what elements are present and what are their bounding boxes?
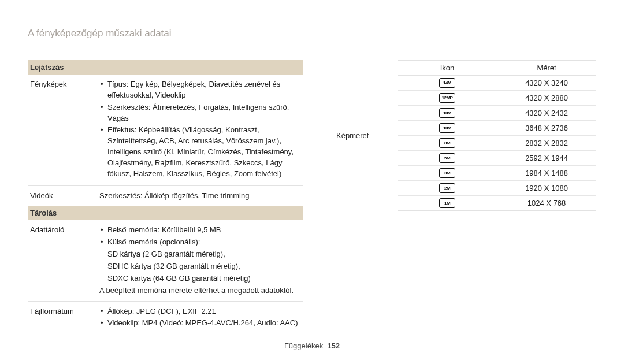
resolution-icon: 3M	[439, 168, 455, 178]
size-row: 3M1984 X 1488	[398, 166, 596, 181]
size-value: 2832 X 2832	[497, 136, 596, 150]
size-row: 12MP4320 X 2880	[398, 91, 596, 106]
size-value: 1920 X 1080	[497, 181, 596, 195]
footer-page: 152	[327, 341, 340, 350]
row-videos: Videók Szerkesztés: Állókép rögzítés, Ti…	[28, 186, 303, 206]
header-icon: Ikon	[398, 61, 497, 75]
size-table: Ikon Méret 14M4320 X 324012MP4320 X 2880…	[398, 60, 596, 211]
size-icon-cell: 1M	[398, 196, 497, 210]
size-icon-cell: 14M	[398, 76, 497, 90]
size-row: 2M1920 X 1080	[398, 181, 596, 196]
label-videos: Videók	[28, 186, 97, 206]
section-header-storage: Tárolás	[28, 206, 303, 220]
size-value: 4320 X 2432	[497, 106, 596, 120]
storage-sub: SDXC kártya (64 GB GB garantált méretig)	[99, 273, 300, 284]
section-header-playback: Lejátszás	[28, 60, 303, 75]
size-icon-cell: 10M	[398, 121, 497, 135]
right-column: Képméret Ikon Méret 14M4320 X 324012MP43…	[334, 60, 596, 335]
resolution-icon: 5M	[439, 153, 455, 163]
resolution-icon: 10M	[439, 123, 455, 133]
size-table-header: Ikon Méret	[398, 60, 596, 76]
fileformat-item: Videoklip: MP4 (Videó: MPEG-4.AVC/H.264,…	[99, 318, 300, 329]
size-icon-cell: 5M	[398, 151, 497, 165]
footer-label: Függelékek	[284, 341, 323, 350]
photos-item: Szerkesztés: Átméretezés, Forgatás, Inte…	[99, 102, 300, 124]
storage-sub: SD kártya (2 GB garantált méretig),	[99, 249, 300, 260]
storage-item: Belső memória: Körülbelül 9,5 MB	[99, 225, 300, 236]
storage-item: Külső memória (opcionális):	[99, 237, 300, 248]
label-image-size: Képméret	[334, 60, 398, 211]
size-value: 4320 X 2880	[497, 91, 596, 105]
size-icon-cell: 10M	[398, 106, 497, 120]
resolution-icon: 1M	[439, 198, 455, 208]
row-photos: Fényképek Típus: Egy kép, Bélyegképek, D…	[28, 75, 303, 186]
fileformat-item: Állókép: JPEG (DCF), EXIF 2.21	[99, 306, 300, 317]
resolution-icon: 14M	[439, 78, 455, 88]
resolution-icon: 8M	[439, 138, 455, 148]
page-title: A fényképezőgép műszaki adatai	[28, 28, 596, 39]
resolution-icon: 2M	[439, 183, 455, 193]
left-column: Lejátszás Fényképek Típus: Egy kép, Bély…	[28, 60, 303, 335]
size-row: 1M1024 X 768	[398, 196, 596, 211]
resolution-icon: 12MP	[439, 93, 455, 103]
size-icon-cell: 12MP	[398, 91, 497, 105]
value-videos: Szerkesztés: Állókép rögzítés, Time trim…	[97, 186, 303, 206]
storage-sub: SDHC kártya (32 GB garantált méretig),	[99, 261, 300, 272]
size-value: 1024 X 768	[497, 196, 596, 210]
size-row: 10M3648 X 2736	[398, 121, 596, 136]
columns: Lejátszás Fényképek Típus: Egy kép, Bély…	[28, 60, 596, 335]
size-icon-cell: 8M	[398, 136, 497, 150]
value-photos: Típus: Egy kép, Bélyegképek, Diavetítés …	[97, 75, 303, 185]
document-page: A fényképezőgép műszaki adatai Lejátszás…	[0, 0, 624, 364]
photos-item: Effektus: Képbeállítás (Világosság, Kont…	[99, 125, 300, 179]
label-fileformat: Fájlformátum	[28, 302, 97, 335]
size-value: 3648 X 2736	[497, 121, 596, 135]
label-storage: Adattároló	[28, 220, 97, 300]
size-icon-cell: 2M	[398, 181, 497, 195]
row-storage: Adattároló Belső memória: Körülbelül 9,5…	[28, 220, 303, 301]
storage-note: A beépített memória mérete eltérhet a me…	[99, 285, 300, 296]
size-value: 4320 X 3240	[497, 76, 596, 90]
header-size: Méret	[497, 61, 596, 75]
photos-item: Típus: Egy kép, Bélyegképek, Diavetítés …	[99, 79, 300, 101]
size-value: 2592 X 1944	[497, 151, 596, 165]
row-fileformat: Fájlformátum Állókép: JPEG (DCF), EXIF 2…	[28, 302, 303, 336]
value-fileformat: Állókép: JPEG (DCF), EXIF 2.21 Videoklip…	[97, 302, 303, 335]
size-row: 8M2832 X 2832	[398, 136, 596, 151]
size-row: 10M4320 X 2432	[398, 106, 596, 121]
size-icon-cell: 3M	[398, 166, 497, 180]
row-image-size: Képméret Ikon Méret 14M4320 X 324012MP43…	[334, 60, 596, 211]
label-photos: Fényképek	[28, 75, 97, 185]
value-storage: Belső memória: Körülbelül 9,5 MB Külső m…	[97, 220, 303, 300]
size-row: 14M4320 X 3240	[398, 76, 596, 91]
footer: Függelékek 152	[0, 341, 624, 350]
resolution-icon: 10M	[439, 108, 455, 118]
size-value: 1984 X 1488	[497, 166, 596, 180]
size-row: 5M2592 X 1944	[398, 151, 596, 166]
